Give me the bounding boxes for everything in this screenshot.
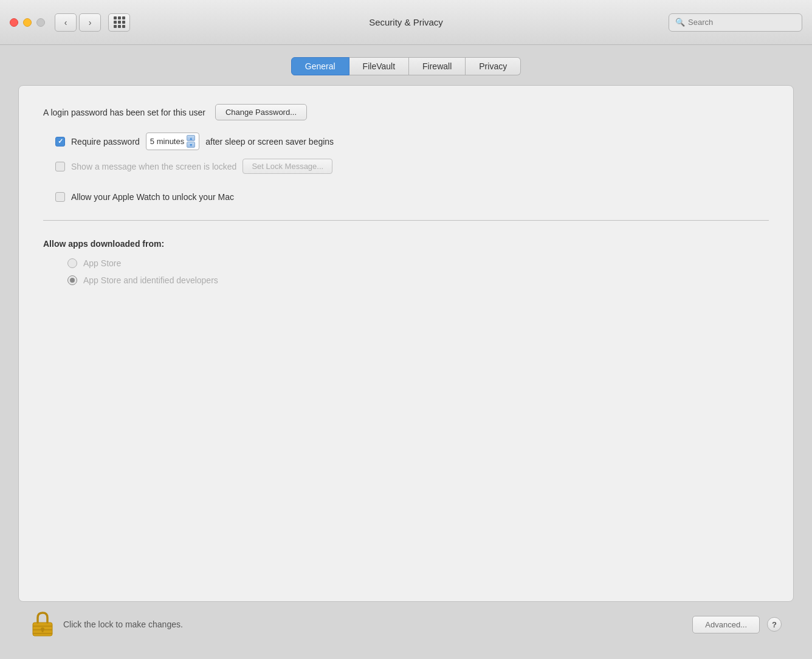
password-set-label: A login password has been set for this u…: [43, 108, 205, 117]
radio-group: App Store App Store and identified devel…: [67, 258, 769, 285]
password-row: A login password has been set for this u…: [43, 104, 769, 120]
require-password-checkbox[interactable]: [55, 137, 65, 147]
titlebar: ‹ › Security & Privacy 🔍: [0, 0, 812, 45]
footer: Click the lock to make changes. Advanced…: [18, 602, 794, 647]
time-select[interactable]: 5 minutes ▲ ▼: [146, 133, 199, 150]
require-password-label: Require password: [71, 137, 140, 147]
downloads-title: Allow apps downloaded from:: [43, 239, 769, 249]
svg-rect-5: [42, 629, 44, 632]
nav-buttons: ‹ ›: [55, 13, 101, 32]
downloads-section: Allow apps downloaded from: App Store Ap…: [43, 239, 769, 285]
forward-button[interactable]: ›: [79, 13, 101, 32]
minimize-button[interactable]: [23, 18, 32, 27]
grid-icon: [114, 16, 125, 28]
window-title: Security & Privacy: [369, 17, 443, 27]
radio-app-store[interactable]: [67, 258, 77, 268]
tab-filevault[interactable]: FileVault: [349, 57, 409, 75]
change-password-button[interactable]: Change Password...: [215, 104, 307, 120]
maximize-button[interactable]: [36, 18, 45, 27]
apple-watch-label: Allow your Apple Watch to unlock your Ma…: [71, 192, 234, 202]
tab-bar: General FileVault Firewall Privacy: [18, 57, 794, 75]
stepper-down[interactable]: ▼: [187, 142, 195, 148]
show-message-checkbox[interactable]: [55, 162, 65, 171]
traffic-lights: [10, 18, 45, 27]
search-bar[interactable]: 🔍: [669, 13, 802, 32]
close-button[interactable]: [10, 18, 18, 27]
require-password-row: Require password 5 minutes ▲ ▼ after sle…: [55, 133, 769, 150]
after-label: after sleep or screen saver begins: [205, 137, 334, 147]
section-divider: [43, 220, 769, 221]
password-section: A login password has been set for this u…: [43, 104, 769, 174]
show-message-row: Show a message when the screen is locked…: [55, 159, 769, 174]
help-button[interactable]: ?: [767, 617, 782, 632]
radio-app-store-label: App Store: [83, 258, 121, 268]
tab-general[interactable]: General: [291, 57, 349, 75]
stepper-up[interactable]: ▲: [187, 135, 195, 141]
radio-app-store-identified[interactable]: [67, 275, 77, 285]
apple-watch-checkbox[interactable]: [55, 192, 65, 202]
footer-buttons: Advanced... ?: [692, 616, 782, 633]
main-content: General FileVault Firewall Privacy A log…: [0, 45, 812, 659]
search-icon: 🔍: [675, 18, 685, 27]
search-input[interactable]: [688, 18, 796, 27]
content-panel: A login password has been set for this u…: [18, 85, 794, 602]
tab-firewall[interactable]: Firewall: [409, 57, 466, 75]
set-lock-message-button[interactable]: Set Lock Message...: [243, 159, 332, 174]
lock-text: Click the lock to make changes.: [63, 619, 183, 629]
radio-row-app-store-identified: App Store and identified developers: [67, 275, 769, 285]
lock-icon[interactable]: [30, 610, 55, 638]
time-value: 5 minutes: [150, 137, 184, 146]
radio-app-store-identified-label: App Store and identified developers: [83, 275, 218, 285]
app-grid-button[interactable]: [108, 13, 130, 32]
stepper-arrows: ▲ ▼: [187, 135, 195, 148]
apple-watch-row: Allow your Apple Watch to unlock your Ma…: [55, 192, 769, 202]
show-message-label: Show a message when the screen is locked: [71, 162, 236, 171]
tab-privacy[interactable]: Privacy: [466, 57, 521, 75]
radio-row-app-store: App Store: [67, 258, 769, 268]
back-button[interactable]: ‹: [55, 13, 77, 32]
advanced-button[interactable]: Advanced...: [692, 616, 760, 633]
